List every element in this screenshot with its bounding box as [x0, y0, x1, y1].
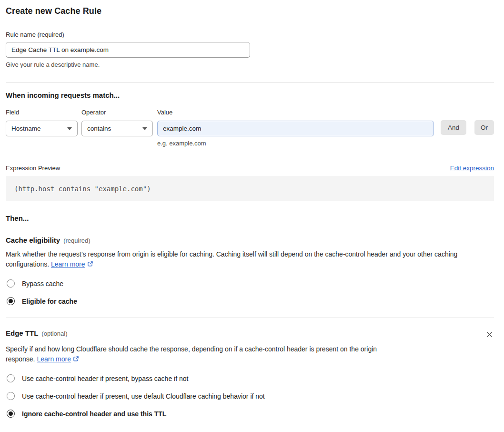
then-heading: Then...	[6, 214, 494, 222]
chevron-down-icon	[142, 127, 147, 130]
radio-icon	[7, 392, 15, 400]
edge-ttl-title: Edge TTL	[6, 329, 38, 337]
radio-icon	[7, 374, 15, 382]
expression-preview-label: Expression Preview	[6, 165, 60, 172]
field-label: Field	[6, 109, 78, 116]
field-select-value: Hostname	[11, 125, 41, 132]
divider	[6, 82, 494, 82]
expression-code-block: (http.host contains "example.com")	[6, 176, 494, 201]
radio-eligible-for-cache[interactable]: Eligible for cache	[7, 297, 494, 305]
learn-more-link[interactable]: Learn more	[51, 260, 85, 268]
create-cache-rule-page: Create new Cache Rule Rule name (require…	[0, 0, 504, 432]
operator-select-value: contains	[87, 125, 111, 132]
edge-ttl-description: Specify if and how long Cloudflare shoul…	[6, 344, 406, 365]
cache-eligibility-title: Cache eligibility	[6, 236, 60, 244]
cache-eligibility-description: Mark whether the request’s response from…	[6, 249, 494, 270]
rule-name-label: Rule name (required)	[6, 31, 494, 38]
value-help: e.g. example.com	[157, 140, 434, 147]
divider	[6, 318, 494, 318]
edge-ttl-qualifier: (optional)	[41, 330, 67, 337]
radio-label: Ignore cache-control header and use this…	[22, 410, 166, 418]
external-link-icon	[87, 260, 93, 270]
andor-button-group: And Or	[441, 109, 494, 147]
radio-label: Bypass cache	[22, 280, 63, 288]
close-icon	[486, 332, 493, 339]
radio-icon	[7, 297, 15, 305]
radio-icon	[7, 410, 15, 418]
radio-use-header-bypass[interactable]: Use cache-control header if present, byp…	[7, 374, 494, 382]
edit-expression-link[interactable]: Edit expression	[450, 165, 494, 172]
learn-more-link[interactable]: Learn more	[37, 355, 71, 363]
radio-use-header-default[interactable]: Use cache-control header if present, use…	[7, 392, 494, 400]
rule-name-input[interactable]	[6, 42, 250, 58]
radio-label: Eligible for cache	[22, 298, 77, 305]
and-button[interactable]: And	[441, 120, 466, 135]
operator-label: Operator	[81, 109, 153, 116]
rule-name-help: Give your rule a descriptive name.	[6, 61, 494, 68]
or-button[interactable]: Or	[474, 120, 494, 135]
close-edge-ttl-button[interactable]	[485, 330, 494, 339]
field-select[interactable]: Hostname	[6, 121, 78, 136]
radio-label: Use cache-control header if present, use…	[22, 392, 265, 400]
page-title: Create new Cache Rule	[6, 6, 494, 16]
radio-icon	[7, 279, 15, 288]
match-heading: When incoming requests match...	[6, 91, 494, 99]
expression-code: (http.host contains "example.com")	[14, 185, 151, 193]
radio-bypass-cache[interactable]: Bypass cache	[7, 279, 494, 288]
value-label: Value	[157, 109, 434, 116]
value-input[interactable]	[157, 121, 434, 136]
chevron-down-icon	[67, 127, 72, 130]
operator-select[interactable]: contains	[81, 121, 153, 136]
external-link-icon	[73, 355, 79, 365]
expression-builder-row: Field Hostname Operator contains Value e…	[6, 109, 494, 147]
radio-ignore-header-use-ttl[interactable]: Ignore cache-control header and use this…	[7, 410, 494, 418]
radio-label: Use cache-control header if present, byp…	[22, 375, 188, 382]
cache-eligibility-qualifier: (required)	[63, 237, 90, 244]
